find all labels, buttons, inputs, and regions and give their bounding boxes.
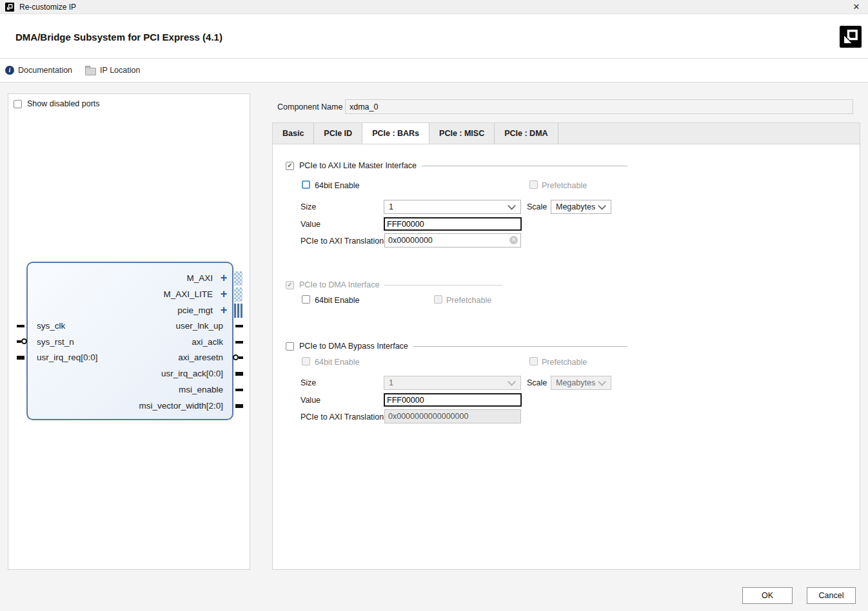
amd-xilinx-logo-icon xyxy=(5,3,14,12)
axi-lite-64bit-checkbox[interactable] xyxy=(302,180,310,189)
axi-lite-64bit-label: 64bit Enable xyxy=(315,181,360,190)
tab-pcie-misc[interactable]: PCIe : MISC xyxy=(429,123,495,144)
scale-label: Scale xyxy=(527,202,547,211)
translation-label: PCIe to AXI Translation xyxy=(301,237,384,246)
value-input[interactable] xyxy=(384,393,522,407)
dma-enable-checkbox: ✓ xyxy=(286,281,294,289)
port-stub xyxy=(17,340,21,343)
chevron-down-icon xyxy=(598,202,606,210)
size-value: 1 xyxy=(389,202,393,211)
axi-lite-enable-checkbox[interactable]: ✓ xyxy=(286,162,294,170)
ip-location-label: IP Location xyxy=(100,66,140,75)
size-label: Size xyxy=(301,202,316,211)
scale-select[interactable]: Megabytes xyxy=(551,200,611,214)
show-disabled-ports-label: Show disabled ports xyxy=(27,99,100,108)
dma-prefetchable-label: Prefetchable xyxy=(446,296,491,305)
section-title: PCIe to AXI Lite Master Interface xyxy=(299,161,417,170)
ok-button[interactable]: OK xyxy=(742,587,793,604)
bypass-64bit-label: 64bit Enable xyxy=(315,358,360,367)
interface-label: pcie_mgt xyxy=(177,303,213,318)
section-axi-lite-header: ✓ PCIe to AXI Lite Master Interface xyxy=(286,160,627,171)
interface-pins-icon xyxy=(234,304,242,318)
chevron-down-icon xyxy=(508,202,516,210)
active-low-ring-icon xyxy=(233,354,239,360)
axi-lite-prefetchable-label: Prefetchable xyxy=(542,181,587,190)
section-title: PCIe to DMA Bypass Interface xyxy=(299,342,408,351)
folder-icon xyxy=(85,68,96,75)
size-label: Size xyxy=(301,378,316,387)
recustomize-ip-dialog: Re-customize IP ✕ DMA/Bridge Subsystem f… xyxy=(0,0,868,611)
toolbar: i Documentation IP Location xyxy=(0,59,868,82)
section-divider xyxy=(413,346,627,347)
port-stub xyxy=(239,356,243,359)
port-label: msi_enable xyxy=(179,382,223,398)
dma-64bit-checkbox[interactable] xyxy=(302,295,310,304)
port-label: sys_rst_n xyxy=(37,335,74,350)
tab-pcie-bars[interactable]: PCIe : BARs xyxy=(362,123,429,144)
info-icon: i xyxy=(5,66,14,75)
translation-input[interactable] xyxy=(384,233,521,247)
check-icon: ✓ xyxy=(287,282,292,288)
interface-pins-icon xyxy=(234,287,242,302)
bypass-prefetchable-checkbox xyxy=(529,357,538,365)
window-title: Re-customize IP xyxy=(19,0,76,14)
dialog-header: DMA/Bridge Subsystem for PCI Express (4.… xyxy=(0,14,868,59)
translation-input xyxy=(384,409,521,423)
port-label: msi_vector_width[2:0] xyxy=(139,398,223,414)
port-stub xyxy=(235,325,243,327)
tab-bar: Basic PCIe ID PCIe : BARs PCIe : MISC PC… xyxy=(273,123,860,144)
tab-basic[interactable]: Basic xyxy=(273,123,314,144)
section-dma-bypass-header: PCIe to DMA Bypass Interface xyxy=(286,341,627,351)
interface-label: M_AXI xyxy=(186,271,213,286)
ip-location-button[interactable]: IP Location xyxy=(85,66,140,75)
size-select: 1 xyxy=(384,376,521,390)
check-icon: ✓ xyxy=(287,162,292,169)
amd-xilinx-logo-icon xyxy=(840,26,862,48)
scale-label: Scale xyxy=(527,378,547,387)
axi-lite-prefetchable-checkbox xyxy=(529,180,538,189)
scale-value: Megabytes xyxy=(556,202,595,211)
port-label: axi_aresetn xyxy=(178,350,223,365)
page-title: DMA/Bridge Subsystem for PCI Express (4.… xyxy=(15,32,222,43)
cancel-button[interactable]: Cancel xyxy=(807,587,856,604)
value-label: Value xyxy=(301,220,321,229)
port-label: sys_clk xyxy=(37,318,65,334)
active-low-ring-icon xyxy=(21,338,27,344)
port-label: usr_irq_req[0:0] xyxy=(37,350,98,365)
bypass-64bit-checkbox xyxy=(302,357,310,365)
port-label: user_lnk_up xyxy=(175,318,223,334)
port-stub xyxy=(17,325,25,327)
interface-pins-icon xyxy=(234,271,242,286)
value-label: Value xyxy=(301,396,321,405)
interface-label: M_AXI_LITE xyxy=(163,287,213,302)
documentation-button[interactable]: i Documentation xyxy=(5,66,72,75)
tab-pcie-id[interactable]: PCIe ID xyxy=(314,123,362,144)
bypass-prefetchable-label: Prefetchable xyxy=(542,358,587,367)
dma-bypass-enable-checkbox[interactable] xyxy=(286,342,294,351)
clear-icon[interactable]: ✕ xyxy=(509,236,518,244)
size-select[interactable]: 1 xyxy=(384,200,521,214)
chevron-down-icon xyxy=(598,378,606,386)
expand-plus-icon[interactable]: + xyxy=(217,287,230,302)
close-icon[interactable]: ✕ xyxy=(851,0,862,14)
scale-value: Megabytes xyxy=(556,378,595,387)
port-stub xyxy=(235,389,243,391)
port-bus-stub xyxy=(17,356,25,360)
component-name-label: Component Name xyxy=(277,102,342,112)
tab-pcie-dma[interactable]: PCIe : DMA xyxy=(495,123,558,144)
show-disabled-ports-checkbox[interactable] xyxy=(14,100,22,108)
show-disabled-ports-row: Show disabled ports xyxy=(14,99,100,108)
value-input[interactable] xyxy=(384,217,522,231)
ip-block-diagram: M_AXI + M_AXI_LITE + pcie_mgt + user_lnk… xyxy=(26,262,233,420)
component-name-input[interactable] xyxy=(345,99,853,114)
expand-plus-icon[interactable]: + xyxy=(217,271,230,286)
section-title: PCIe to DMA Interface xyxy=(299,280,379,289)
port-label: axi_aclk xyxy=(192,335,223,350)
section-dma-header: ✓ PCIe to DMA Interface xyxy=(286,280,502,290)
dma-prefetchable-checkbox xyxy=(434,295,442,304)
scale-select: Megabytes xyxy=(551,376,611,390)
expand-plus-icon[interactable]: + xyxy=(217,303,230,318)
size-value: 1 xyxy=(389,378,393,387)
config-panel: Basic PCIe ID PCIe : BARs PCIe : MISC PC… xyxy=(272,122,860,570)
port-bus-stub xyxy=(235,372,243,376)
